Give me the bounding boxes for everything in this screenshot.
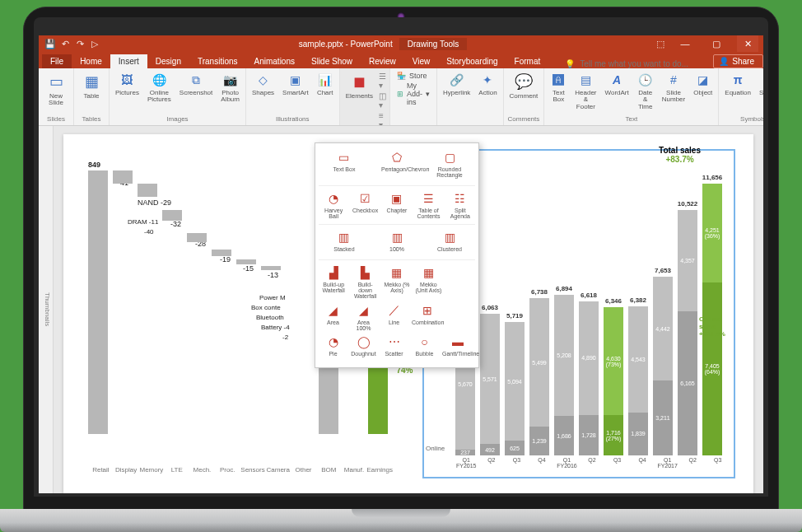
tab-transitions[interactable]: Transitions <box>189 54 246 68</box>
wf-axis-tick: Retail <box>88 466 114 474</box>
elements-button[interactable]: ◼Elements <box>343 70 375 101</box>
store-button[interactable]: 🏪Store <box>397 72 430 80</box>
equation-label: Equation <box>725 90 751 96</box>
smartart-button[interactable]: ▣SmartArt <box>280 70 311 98</box>
tell-me-input[interactable] <box>580 59 703 68</box>
elements-opt3-icon[interactable]: ≡ ▾ <box>379 111 386 126</box>
screenshot-icon: ⧉ <box>188 72 204 88</box>
screenshot-button[interactable]: ⧉Screenshot <box>177 70 215 98</box>
elem-icon: ▣ <box>387 191 407 206</box>
sb-total-label: 6,346 <box>604 296 623 307</box>
tab-design[interactable]: Design <box>147 54 189 68</box>
new-slide-label: New Slide <box>44 93 68 107</box>
wf-axis-tick: Camera <box>265 466 291 474</box>
elem-build-down-waterfall[interactable]: ▙Build-down Waterfall <box>350 264 380 301</box>
elem-label: Combination <box>412 320 443 325</box>
thumbnails-pane[interactable]: Thumbnails <box>39 126 54 493</box>
tell-me-search[interactable]: 💡 <box>548 59 713 68</box>
shapes-button[interactable]: ◇Shapes <box>249 70 277 98</box>
elem-clustered[interactable]: ▥Clustered <box>436 228 464 254</box>
comment-button[interactable]: 💬Comment <box>507 70 541 101</box>
slide-number-button[interactable]: #Slide Number <box>660 70 688 105</box>
elements-opt1-icon[interactable]: ☰ ▾ <box>379 72 386 90</box>
elem-build-up-waterfall[interactable]: ▟Build-up Waterfall <box>319 264 348 301</box>
tab-review[interactable]: Review <box>361 54 404 68</box>
wf-start-value: 849 <box>88 161 100 169</box>
start-slideshow-icon[interactable]: ▷ <box>90 39 100 49</box>
wf-axis-tick: Manuf. <box>342 466 367 474</box>
elem-mekko-axis-[interactable]: ▦Mekko (% Axis) <box>382 264 412 301</box>
elem-icon: ▙ <box>356 265 375 280</box>
close-button[interactable]: ✕ <box>737 35 758 52</box>
tab-format[interactable]: Format <box>506 54 549 68</box>
ribbon-options-icon[interactable]: ⬚ <box>656 39 664 49</box>
wf-bar-mech <box>187 233 207 242</box>
equation-button[interactable]: πEquation <box>722 70 753 98</box>
addins-icon: ⊞ <box>397 90 403 98</box>
undo-icon[interactable]: ↶ <box>60 39 70 49</box>
elem-scatter[interactable]: ⋯Scatter <box>380 333 408 358</box>
elem-line[interactable]: ／Line <box>380 301 408 334</box>
tab-slideshow[interactable]: Slide Show <box>303 54 361 68</box>
table-button[interactable]: ▦Table <box>77 70 105 101</box>
header-footer-button[interactable]: ▤Header & Footer <box>572 70 599 112</box>
elem-100-[interactable]: ▥100% <box>385 228 408 254</box>
online-pictures-button[interactable]: 🌐Online Pictures <box>145 70 174 105</box>
textbox-button[interactable]: 🅰Text Box <box>548 70 569 105</box>
sb-total-label: 6,063 <box>480 302 500 314</box>
elem-bubble[interactable]: ○Bubble <box>410 333 439 358</box>
tab-home[interactable]: Home <box>72 54 110 68</box>
elem-area-100-[interactable]: ◢Area 100% <box>349 301 378 334</box>
elements-opt2-icon[interactable]: ◫ ▾ <box>379 91 386 110</box>
elem-icon: ☰ <box>418 191 438 206</box>
tab-view[interactable]: View <box>404 54 439 68</box>
ribbon-group-comments: 💬Comment Comments <box>504 68 545 125</box>
elem-pie[interactable]: ◔Pie <box>319 333 347 358</box>
chart-button[interactable]: 📊Chart <box>315 70 336 98</box>
elements-icon: ◼ <box>347 72 371 91</box>
elem-rounded-rectangle[interactable]: ▢Rounded Rectangle <box>432 148 467 180</box>
wf-lbl-box: Box conte <box>251 304 281 311</box>
wordart-button[interactable]: AWordArt <box>603 70 632 98</box>
elem-table-of-contents[interactable]: ☰Table of Contents <box>413 189 443 222</box>
elem-gantt-timeline[interactable]: ▬Gantt/Timeline <box>441 333 475 358</box>
elem-label: Clustered <box>437 246 462 252</box>
symbol-button[interactable]: ΩSymbol <box>757 70 763 98</box>
tab-file[interactable]: File <box>42 54 72 68</box>
elem-combination[interactable]: ⊞Combination <box>410 301 445 334</box>
sb-seg-online: 3,211 <box>653 380 673 455</box>
object-icon: ◪ <box>695 72 711 88</box>
elem-mekko-unit-axis-[interactable]: ▦Mekko (Unit Axis) <box>413 264 443 301</box>
pictures-button[interactable]: 🖼Pictures <box>113 70 142 98</box>
tab-animations[interactable]: Animations <box>246 54 303 68</box>
pictures-label: Pictures <box>115 90 139 96</box>
sb-seg-offline: 5,499 <box>529 298 549 427</box>
elem-pentagon-chevron[interactable]: ⬠Pentagon/Chevron <box>380 148 414 180</box>
tab-storyboarding[interactable]: Storyboarding <box>438 54 506 68</box>
sb-callout: Online sales+331.5% <box>699 315 735 338</box>
elem-text-box[interactable]: ▭Text Box <box>332 148 357 180</box>
elem-area[interactable]: ◢Area <box>319 301 347 334</box>
store-icon: 🏪 <box>397 72 406 80</box>
elem-label: Build-down Waterfall <box>352 282 378 300</box>
tab-insert[interactable]: Insert <box>110 54 147 68</box>
elem-stacked[interactable]: ▥Stacked <box>332 228 356 254</box>
new-slide-button[interactable]: ▭New Slide <box>42 70 70 109</box>
my-addins-button[interactable]: ⊞My Add-ins ▾ <box>397 82 430 106</box>
elem-doughnut[interactable]: ◯Doughnut <box>349 333 378 358</box>
elem-harvey-ball[interactable]: ◔Harvey Ball <box>319 189 348 222</box>
save-icon[interactable]: 💾 <box>45 39 55 49</box>
elem-chapter[interactable]: ▣Chapter <box>382 189 412 222</box>
object-button[interactable]: ◪Object <box>691 70 715 98</box>
maximize-button[interactable]: ▢ <box>706 35 727 52</box>
share-button[interactable]: 👤Share <box>713 54 763 68</box>
hyperlink-button[interactable]: 🔗Hyperlink <box>441 70 473 98</box>
elem-checkbox[interactable]: ☑Checkbox <box>350 189 380 222</box>
sb-seg-online: 1,239 <box>529 427 549 455</box>
date-time-button[interactable]: 🕒Date & Time <box>635 70 656 112</box>
redo-icon[interactable]: ↷ <box>75 39 85 49</box>
photo-album-button[interactable]: 📷Photo Album <box>218 70 242 105</box>
action-button[interactable]: ✦Action <box>476 70 499 98</box>
elem-split-agenda[interactable]: ☷Split Agenda <box>445 189 475 222</box>
minimize-button[interactable]: — <box>674 35 696 52</box>
